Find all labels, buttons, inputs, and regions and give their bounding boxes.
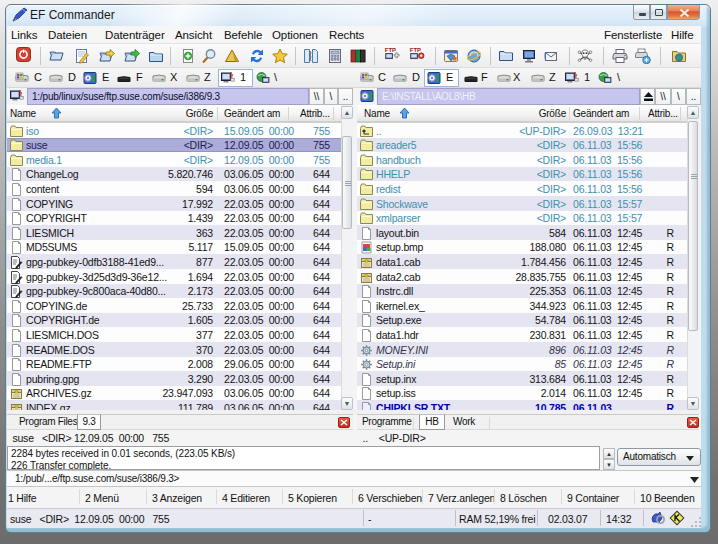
svg-text:FTP: FTP [410, 47, 421, 53]
svg-text:FTP: FTP [385, 47, 396, 53]
